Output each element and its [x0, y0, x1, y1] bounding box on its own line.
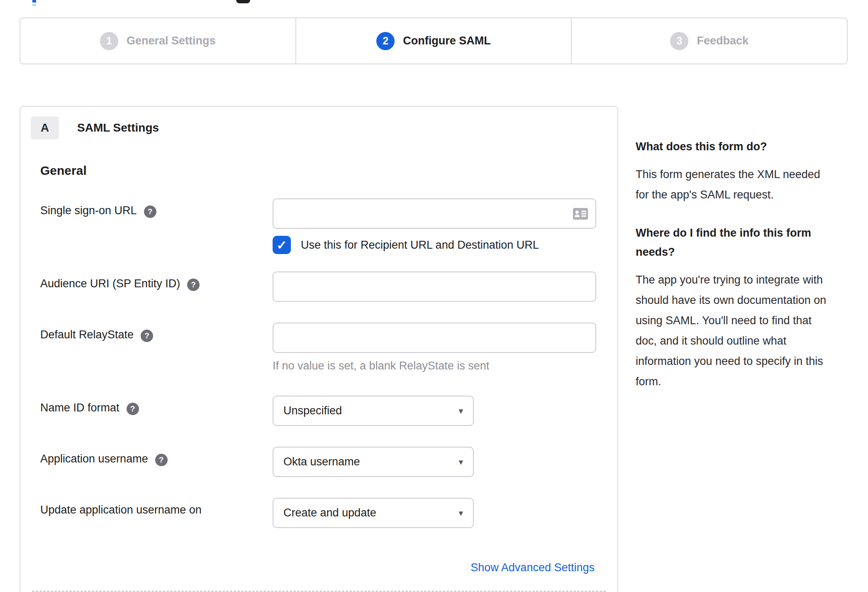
saml-settings-panel: A SAML Settings General Single sign-on U… [20, 106, 618, 592]
step-3-badge: 3 [670, 32, 688, 50]
audience-uri-label: Audience URI (SP Entity ID) [40, 277, 180, 290]
audience-uri-label-cell: Audience URI (SP Entity ID) ? [40, 272, 273, 302]
single-sign-on-url-control: ✓ Use this for Recipient URL and Destina… [273, 198, 617, 254]
help-icon[interactable]: ? [187, 279, 200, 291]
default-relaystate-helper-text: If no value is set, a blank RelayState i… [273, 360, 617, 372]
step-2-label: Configure SAML [403, 34, 490, 47]
update-application-username-label-cell: Update application username on [40, 498, 273, 528]
name-id-format-select[interactable]: Unspecified ▾ [273, 396, 474, 426]
recipient-url-checkbox-label: Use this for Recipient URL and Destinati… [301, 239, 539, 252]
update-application-username-select[interactable]: Create and update ▾ [273, 498, 474, 528]
step-general-settings[interactable]: 1 General Settings [20, 18, 295, 64]
single-sign-on-url-input[interactable] [273, 198, 596, 229]
application-username-label-cell: Application username ? [40, 447, 273, 477]
configure-saml-page: 1 General Settings 2 Configure SAML 3 Fe… [0, 0, 868, 592]
page-top-fragment-blue-light [32, 4, 36, 6]
chevron-down-icon: ▾ [458, 508, 463, 518]
help-section-1-title: What does this form do? [636, 137, 829, 156]
application-username-select[interactable]: Okta username ▾ [273, 447, 474, 477]
step-1-badge: 1 [100, 32, 118, 50]
field-row-audience-uri: Audience URI (SP Entity ID) ? [40, 272, 617, 302]
field-row-default-relaystate: Default RelayState ? If no value is set,… [40, 323, 617, 372]
wizard-stepper: 1 General Settings 2 Configure SAML 3 Fe… [20, 17, 848, 64]
recipient-url-checkbox[interactable]: ✓ [273, 236, 291, 254]
update-application-username-value: Create and update [283, 506, 376, 519]
help-section-2-body: The app you're trying to integrate with … [636, 270, 829, 392]
application-username-label: Application username [40, 453, 148, 465]
contact-card-icon [573, 208, 588, 220]
single-sign-on-url-label-cell: Single sign-on URL ? [40, 198, 273, 254]
update-application-username-control: Create and update ▾ [273, 498, 617, 528]
application-username-control: Okta username ▾ [273, 447, 617, 477]
default-relaystate-control: If no value is set, a blank RelayState i… [273, 323, 617, 372]
field-row-application-username: Application username ? Okta username ▾ [40, 447, 617, 477]
field-row-name-id-format: Name ID format ? Unspecified ▾ [40, 396, 617, 426]
help-icon[interactable]: ? [141, 330, 153, 342]
advanced-settings-row: Show Advanced Settings [40, 561, 595, 574]
application-username-value: Okta username [283, 455, 360, 468]
default-relaystate-label: Default RelayState [40, 328, 134, 341]
audience-uri-input[interactable] [273, 272, 596, 302]
help-icon[interactable]: ? [127, 403, 139, 415]
audience-uri-control [273, 272, 617, 302]
step-configure-saml[interactable]: 2 Configure SAML [295, 18, 571, 64]
field-row-update-application-username: Update application username on Create an… [40, 498, 617, 528]
help-section-1-body: This form generates the XML needed for t… [636, 164, 829, 205]
section-a-badge: A [31, 116, 59, 139]
step-1-label: General Settings [127, 34, 216, 47]
page-top-fragment-title-glyph [236, 0, 250, 3]
name-id-format-label: Name ID format [40, 401, 119, 414]
field-row-single-sign-on-url: Single sign-on URL ? [40, 198, 617, 254]
step-3-label: Feedback [697, 34, 749, 47]
name-id-format-control: Unspecified ▾ [273, 396, 617, 426]
saml-settings-header: A SAML Settings [31, 116, 617, 139]
help-icon[interactable]: ? [155, 454, 168, 466]
step-2-badge: 2 [376, 32, 395, 50]
chevron-down-icon: ▾ [458, 457, 463, 467]
default-relaystate-label-cell: Default RelayState ? [40, 323, 273, 372]
help-icon[interactable]: ? [144, 205, 156, 218]
chevron-down-icon: ▾ [458, 406, 463, 416]
help-panel: What does this form do? This form genera… [636, 137, 829, 410]
show-advanced-settings-link[interactable]: Show Advanced Settings [471, 561, 595, 574]
general-group-title: General [40, 164, 617, 178]
name-id-format-value: Unspecified [283, 404, 342, 417]
help-section-2-title: Where do I find the info this form needs… [636, 223, 829, 262]
step-feedback[interactable]: 3 Feedback [571, 18, 847, 64]
section-title: SAML Settings [77, 121, 159, 135]
page-top-fragment-blue [32, 0, 36, 2]
name-id-format-label-cell: Name ID format ? [40, 396, 273, 426]
recipient-url-checkbox-row: ✓ Use this for Recipient URL and Destina… [273, 236, 617, 254]
update-application-username-label: Update application username on [40, 504, 202, 516]
saml-general-form: Single sign-on URL ? [40, 198, 617, 574]
default-relaystate-input[interactable] [273, 323, 596, 353]
single-sign-on-url-label: Single sign-on URL [40, 204, 137, 217]
